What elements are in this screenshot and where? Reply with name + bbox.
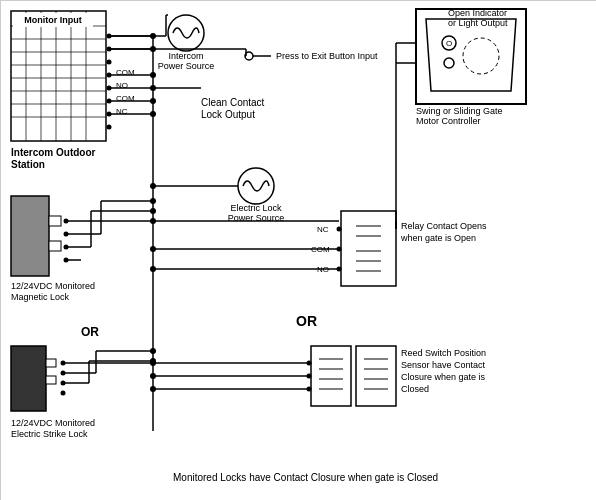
svg-rect-121 [311, 346, 351, 406]
svg-text:Power Source: Power Source [158, 61, 215, 71]
svg-text:OR: OR [296, 313, 317, 329]
svg-text:Station: Station [11, 159, 45, 170]
svg-rect-52 [49, 216, 61, 226]
svg-text:Closure when gate is: Closure when gate is [401, 372, 486, 382]
svg-point-24 [107, 125, 112, 130]
svg-rect-70 [46, 359, 56, 367]
wiring-diagram: Monitor Input COM NO COM NC Intercom Out… [0, 0, 596, 500]
svg-point-151 [150, 246, 156, 252]
svg-text:Sensor have Contact: Sensor have Contact [401, 360, 486, 370]
svg-rect-1 [11, 11, 106, 141]
svg-point-148 [150, 183, 156, 189]
svg-point-146 [150, 98, 156, 104]
svg-text:Reed Switch Position: Reed Switch Position [401, 348, 486, 358]
svg-point-150 [150, 208, 156, 214]
svg-rect-53 [49, 241, 61, 251]
svg-text:Monitor Input: Monitor Input [24, 15, 81, 25]
svg-text:Electric Lock: Electric Lock [230, 203, 282, 213]
svg-text:Electric Strike Lock: Electric Strike Lock [11, 429, 88, 439]
svg-text:Intercom Outdoor: Intercom Outdoor [11, 147, 96, 158]
svg-point-153 [150, 348, 156, 354]
svg-point-145 [150, 85, 156, 91]
svg-text:Relay Contact Opens: Relay Contact Opens [401, 221, 487, 231]
svg-text:Motor Controller: Motor Controller [416, 116, 481, 126]
svg-point-75 [61, 391, 66, 396]
svg-text:Monitored Locks have Contact C: Monitored Locks have Contact Closure whe… [173, 472, 438, 483]
svg-point-156 [150, 386, 156, 392]
svg-text:OR: OR [81, 325, 99, 339]
svg-text:O: O [446, 39, 452, 48]
svg-point-159 [150, 46, 156, 52]
svg-text:NC: NC [317, 225, 329, 234]
svg-text:or Light Output: or Light Output [448, 18, 508, 28]
svg-point-144 [150, 72, 156, 78]
svg-point-152 [150, 266, 156, 272]
svg-point-106 [337, 227, 342, 232]
svg-text:Magnetic Lock: Magnetic Lock [11, 292, 70, 302]
svg-point-149 [150, 198, 156, 204]
svg-point-147 [150, 111, 156, 117]
svg-rect-69 [11, 346, 46, 411]
svg-text:Press to Exit Button Input: Press to Exit Button Input [276, 51, 378, 61]
svg-text:Lock Output: Lock Output [201, 109, 255, 120]
svg-text:Clean Contact: Clean Contact [201, 97, 265, 108]
svg-point-19 [107, 60, 112, 65]
svg-rect-122 [356, 346, 396, 406]
svg-text:12/24VDC Monitored: 12/24VDC Monitored [11, 281, 95, 291]
svg-point-154 [150, 358, 156, 364]
svg-text:Intercom: Intercom [168, 51, 203, 61]
svg-text:Swing or Sliding Gate: Swing or Sliding Gate [416, 106, 503, 116]
svg-text:when gate is Open: when gate is Open [400, 233, 476, 243]
svg-point-119 [150, 218, 156, 224]
svg-rect-51 [11, 196, 49, 276]
svg-point-155 [150, 373, 156, 379]
svg-text:12/24VDC Monitored: 12/24VDC Monitored [11, 418, 95, 428]
svg-rect-100 [341, 211, 396, 286]
svg-text:Open Indicator: Open Indicator [448, 8, 507, 18]
svg-rect-71 [46, 376, 56, 384]
svg-text:Closed: Closed [401, 384, 429, 394]
